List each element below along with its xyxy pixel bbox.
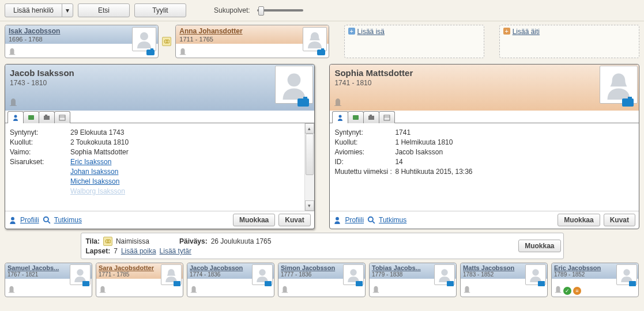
deceased-icon [190, 285, 198, 295]
siblings-label: Sisarukset: [10, 158, 70, 166]
person-name[interactable]: Jacob Jacobsson [190, 264, 247, 271]
avatar[interactable] [303, 27, 327, 51]
relationship-edit-button[interactable]: Muokkaa [518, 240, 560, 252]
tab-info[interactable] [332, 111, 348, 123]
edit-button[interactable]: Muokkaa [558, 214, 600, 226]
camera-icon[interactable] [297, 98, 309, 107]
camera-icon[interactable] [622, 98, 634, 107]
spouse-value: Sophia Mattsdotter [70, 148, 129, 156]
pictures-button[interactable]: Kuvat [604, 214, 635, 226]
person-name[interactable]: Jacob Isaksson [10, 68, 310, 78]
add-person-dropdown[interactable]: ▾ [62, 3, 73, 17]
svg-rect-13 [370, 115, 372, 116]
child-card[interactable]: Jacob Jacobsson1774 - 1836 [187, 263, 274, 297]
person-name[interactable]: Sophia Mattsdotter [334, 68, 634, 78]
badge-icon[interactable]: ≡ [573, 287, 581, 295]
person-dates: 1743 - 1810 [10, 79, 310, 87]
svg-rect-9 [59, 115, 65, 120]
deceased-icon [8, 47, 16, 55]
child-card[interactable]: Matts Jacobsson1783 - 1852 [460, 263, 548, 297]
tab-info[interactable] [7, 111, 24, 123]
parent-father-card[interactable]: Isak Jacobsson 1696 - 1768 [5, 25, 159, 58]
sibling-link[interactable]: Johan Isaksson [70, 168, 118, 176]
deceased-icon [281, 285, 289, 295]
person-name[interactable]: Simon Jacobsson [281, 264, 338, 271]
avatar[interactable] [600, 66, 638, 104]
modified-value: 8 Huhtikuuta 2015, 13:36 [395, 168, 472, 176]
child-card[interactable]: Sara Jacobsdotter1771 - 1785 [96, 263, 183, 297]
camera-icon[interactable] [146, 50, 155, 55]
camera-icon[interactable] [538, 281, 545, 286]
svg-rect-8 [45, 115, 47, 116]
research-link[interactable]: Tutkimus [54, 216, 82, 224]
person-name[interactable]: Samuel Jacobs... [7, 264, 65, 271]
deceased-icon [99, 285, 107, 295]
generations-label: Sukupolvet: [214, 6, 250, 14]
marriage-icon [103, 237, 112, 246]
born-value: 29 Elokuuta 1743 [70, 128, 124, 136]
child-card[interactable]: Eric Jacobsson1789 - 1852✓≡ [551, 263, 639, 297]
styles-button[interactable]: Tyylit [134, 3, 186, 17]
tab-media[interactable] [363, 111, 379, 123]
add-son-link[interactable]: Lisää poika [121, 247, 156, 255]
tab-contacts[interactable] [23, 111, 39, 123]
born-label: Syntynyt: [334, 128, 395, 136]
sibling-link[interactable]: Eric Isaksson [70, 158, 111, 166]
person-name[interactable]: Sara Jacobsdotter [99, 264, 156, 271]
add-person-button[interactable]: Lisää henkilö [5, 3, 62, 17]
scrollbar[interactable]: ▴ ▾ [304, 123, 314, 211]
died-value: 1 Helmikuuta 1810 [395, 138, 453, 146]
camera-icon[interactable] [629, 281, 636, 286]
camera-icon[interactable] [356, 281, 363, 286]
sibling-link[interactable]: Michel Isaksson [70, 177, 119, 185]
sibling-link[interactable]: Walborg Isaksson [70, 187, 125, 195]
child-card[interactable]: Samuel Jacobs...1767 - 1821 [5, 263, 92, 297]
person-name[interactable]: Eric Jacobsson [554, 264, 612, 271]
parent-mother-card[interactable]: Anna Johansdotter 1711 - 1765 [175, 25, 329, 58]
profile-link[interactable]: Profiili [345, 216, 364, 224]
husband-value: Jacob Isaksson [395, 148, 443, 156]
search-button[interactable]: Etsi [78, 3, 130, 17]
camera-icon[interactable] [447, 281, 454, 286]
date-value: 26 Joulukuuta 1765 [211, 237, 272, 245]
person-icon [9, 216, 17, 224]
add-father-link[interactable]: Lisää isä [357, 28, 385, 36]
tab-events[interactable] [54, 111, 70, 123]
add-father-placeholder[interactable]: + Lisää isä [344, 25, 484, 58]
modified-label: Muutettu viimeksi : [334, 168, 395, 176]
person-name[interactable]: Tobias Jacobs... [372, 264, 430, 271]
deceased-icon [7, 285, 16, 295]
tab-contacts[interactable] [348, 111, 364, 123]
research-icon [367, 216, 375, 224]
badge-icon[interactable]: ✓ [563, 287, 571, 295]
avatar[interactable] [132, 27, 156, 51]
scroll-thumb[interactable] [306, 134, 314, 175]
generations-slider[interactable] [257, 9, 303, 12]
relationship-bar: Tila: Naimisissa Päiväys: 26 Joulukuuta … [81, 233, 564, 259]
profile-link[interactable]: Profiili [20, 216, 39, 224]
camera-icon[interactable] [317, 50, 325, 55]
avatar[interactable] [275, 66, 313, 104]
scroll-up[interactable]: ▴ [305, 123, 314, 134]
tab-events[interactable] [379, 111, 395, 123]
add-daughter-link[interactable]: Lisää tytär [160, 247, 191, 255]
add-mother-placeholder[interactable]: + Lisää äiti [499, 25, 639, 58]
edit-button[interactable]: Muokkaa [233, 214, 275, 226]
child-card[interactable]: Tobias Jacobs...1779 - 1838 [369, 263, 457, 297]
child-card[interactable]: Simon Jacobsson1777 - 1836 [278, 263, 366, 297]
born-label: Syntynyt: [10, 128, 70, 136]
camera-icon[interactable] [265, 281, 272, 286]
add-mother-link[interactable]: Lisää äiti [513, 28, 540, 36]
person-name[interactable]: Matts Jacobsson [463, 264, 521, 271]
svg-rect-7 [44, 116, 50, 120]
camera-icon[interactable] [174, 281, 180, 286]
marriage-icon[interactable] [162, 37, 171, 46]
camera-icon[interactable] [82, 281, 89, 286]
tab-media[interactable] [39, 111, 55, 123]
slider-handle[interactable] [258, 6, 264, 16]
plus-icon: + [503, 28, 510, 35]
pictures-button[interactable]: Kuvat [278, 214, 310, 226]
died-label: Kuollut: [10, 138, 70, 146]
scroll-down[interactable]: ▾ [305, 200, 314, 211]
research-link[interactable]: Tutkimus [379, 216, 406, 224]
